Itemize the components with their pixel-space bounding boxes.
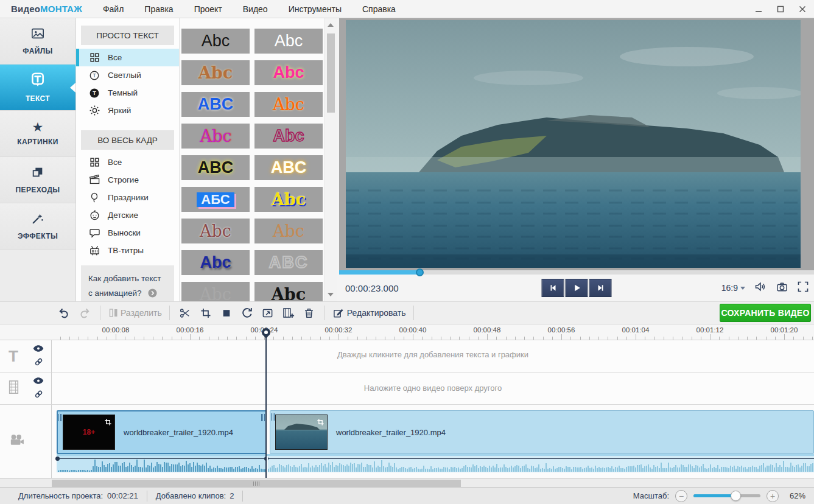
edit-clip-button[interactable]: Редактировать [330,304,409,322]
category-light[interactable]: T Светлый [76,66,179,84]
sidebar-item-effects[interactable]: ЭФФЕКТЫ [0,203,75,250]
scrollbar-thumb[interactable] [327,33,335,113]
delete-button[interactable] [299,304,320,322]
zoom-in-button[interactable]: + [767,490,779,502]
zoom-out-button[interactable]: − [675,490,687,502]
text-style-preset[interactable]: Abc [181,282,250,301]
video-clip-1[interactable]: 18+ worldbreaker_trailer_1920.mp4 [57,410,267,454]
rotate-button[interactable] [237,304,258,322]
playhead-line[interactable] [265,336,267,478]
overlay-track[interactable]: Наложите одно видео поверх другого [52,373,814,405]
menu-project[interactable]: Проект [194,4,222,14]
text-style-preset[interactable]: Abc [254,60,323,85]
category-fullframe-all[interactable]: Все [76,153,179,171]
category-tv-titles[interactable]: ТВ-титры [76,242,179,259]
maximize-button[interactable] [776,5,785,13]
sidebar: ФАЙЛЫ ТЕКСТ ★ КАРТИНКИ ПЕРЕХОДЫ ЭФФЕКТЫ [0,18,76,301]
category-holidays[interactable]: Праздники [76,189,179,206]
sidebar-item-pictures[interactable]: ★ КАРТИНКИ [0,111,75,157]
crop-button[interactable] [195,304,216,322]
help-add-animated-text[interactable]: Как добавить текст с анимацией? [81,265,174,307]
menu-file[interactable]: Файл [103,4,124,14]
minimize-button[interactable] [754,5,763,13]
cut-button[interactable] [175,304,195,322]
text-style-preset[interactable]: Abc [181,60,250,85]
add-clip-button[interactable] [278,304,299,322]
volume-icon[interactable] [754,281,767,295]
scroll-up-icon[interactable] [328,23,334,27]
freeze-frame-button[interactable] [216,304,237,322]
previous-frame-button[interactable] [542,279,564,297]
sidebar-item-transitions[interactable]: ПЕРЕХОДЫ [0,157,75,203]
zoom-slider-knob[interactable] [731,491,741,501]
waveform-bar [261,469,262,472]
text-style-preset[interactable]: Abc [254,219,323,243]
text-style-preset[interactable]: Abc [181,124,250,149]
menu-help[interactable]: Справка [362,4,396,14]
clip-left-handle[interactable] [58,411,63,453]
fullscreen-icon[interactable] [797,281,809,295]
text-style-preset[interactable]: ABC [181,92,250,117]
text-style-preset[interactable]: Abc [181,250,250,275]
link-icon[interactable] [34,357,43,369]
selected-tab-notch [70,83,75,93]
text-style-preset[interactable]: Abc [181,219,250,243]
waveform-bar [85,471,86,472]
undo-button[interactable] [54,304,74,322]
clip-left-handle[interactable] [270,411,275,453]
category-dark[interactable]: T Темный [76,84,179,102]
waveform-bar [757,469,759,472]
menu-video[interactable]: Видео [243,4,268,14]
aspect-ratio-dropdown[interactable]: 16:9 [721,283,745,293]
timeline-ruler[interactable]: 00:00:0800:00:1600:00:2400:00:3200:00:40… [0,324,814,340]
text-style-preset[interactable]: Abc [254,92,323,117]
picture-in-picture-button[interactable] [258,304,278,322]
text-style-preset[interactable]: Abc [254,29,323,54]
text-style-preset[interactable]: АБС [181,187,250,212]
text-style-preset[interactable]: Abc [254,187,323,212]
play-button[interactable] [566,279,588,297]
category-callouts[interactable]: Выноски [76,224,179,242]
timeline-scrollbar-thumb[interactable] [52,480,461,487]
sidebar-item-text[interactable]: ТЕКСТ [0,65,75,111]
category-bright[interactable]: Яркий [76,102,179,119]
text-style-preset[interactable]: Abc [254,124,323,149]
text-style-preset[interactable]: ABC [254,155,323,180]
category-strict[interactable]: Строгие [76,171,179,189]
menu-tools[interactable]: Инструменты [289,4,342,14]
clip-right-handle[interactable] [261,411,265,453]
waveform-bar [575,467,576,472]
eye-icon[interactable] [33,344,44,355]
timeline-scrollbar[interactable] [0,478,814,487]
ruler-time-label: 00:00:08 [102,326,130,334]
text-style-preset[interactable]: ABC [254,250,323,275]
snapshot-camera-icon[interactable] [776,281,788,295]
text-style-preset[interactable]: Abc [181,29,250,54]
eye-icon[interactable] [33,376,44,387]
split-button[interactable]: Разделить [105,304,164,322]
envelope-node[interactable] [55,457,60,461]
styles-scrollbar[interactable] [325,18,337,301]
menu-edit[interactable]: Правка [144,4,173,14]
text-style-preset[interactable]: ABC [181,155,250,180]
audio-waveform-strip[interactable] [57,456,814,472]
sidebar-item-files[interactable]: ФАЙЛЫ [0,18,75,65]
scroll-down-icon[interactable] [328,293,334,296]
zoom-slider[interactable] [693,494,760,497]
preview-seekbar[interactable] [339,270,814,275]
save-video-button[interactable]: СОХРАНИТЬ ВИДЕО [720,304,811,322]
waveform-bar [801,466,802,472]
category-kids[interactable]: Детские [76,206,179,224]
waveform-bar [71,470,72,472]
redo-button[interactable] [74,304,95,322]
waveform-bar [759,466,760,472]
volume-envelope-line[interactable] [57,458,814,459]
video-clip-2[interactable]: worldbreaker_trailer_1920.mp4 [270,410,814,454]
waveform-bar [553,466,554,472]
next-frame-button[interactable] [589,279,612,297]
text-style-preset[interactable]: Abc [254,282,323,301]
link-icon[interactable] [34,390,43,401]
category-simple-all[interactable]: Все [76,49,179,66]
text-track[interactable]: Дважды кликните для добавления текста и … [52,340,814,373]
close-button[interactable] [798,5,807,13]
